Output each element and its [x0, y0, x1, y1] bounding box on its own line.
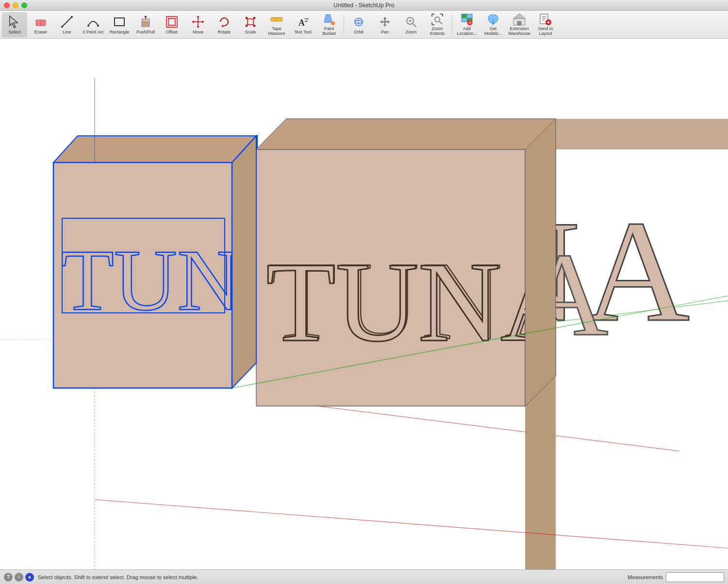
move-label: Move: [193, 30, 203, 35]
tool-zoomextents[interactable]: Zoom Extents: [425, 12, 450, 37]
svg-point-44: [435, 17, 440, 22]
tool-extwarehouse[interactable]: Extension Warehouse: [507, 12, 532, 37]
select-label: Select: [8, 30, 20, 35]
svg-marker-117: [256, 119, 556, 149]
arc-icon: [85, 14, 101, 30]
svg-point-36: [331, 21, 335, 25]
tool-getmodels[interactable]: Get Models...: [480, 12, 506, 37]
tool-orbit[interactable]: Orbit: [346, 12, 371, 37]
svg-point-4: [61, 26, 63, 28]
svg-point-7: [97, 25, 99, 27]
tool-select[interactable]: Select: [2, 12, 27, 37]
tool-line[interactable]: Line: [54, 12, 80, 37]
paintbucket-label: Paint Bucket: [317, 27, 341, 36]
offset-label: Offset: [166, 30, 178, 35]
select-icon: [7, 14, 22, 30]
status-bar: ? i ● Select objects. Shift to extend se…: [0, 569, 728, 584]
svg-marker-17: [197, 16, 199, 17]
minimize-button[interactable]: [13, 2, 18, 8]
tool-pan[interactable]: Pan: [372, 12, 397, 37]
zoomextents-label: Zoom Extents: [426, 27, 449, 36]
tool-pushpull[interactable]: Push/Pull: [133, 12, 158, 37]
svg-marker-0: [10, 16, 17, 28]
svg-marker-122: [53, 136, 256, 162]
rectangle-icon: [112, 14, 127, 30]
eraser-label: Eraser: [34, 30, 48, 35]
svg-rect-24: [253, 17, 255, 19]
close-button[interactable]: [4, 2, 10, 8]
measurements-area: Measurements: [628, 572, 724, 582]
status-icon-2[interactable]: i: [15, 573, 23, 582]
rotate-icon: [216, 14, 232, 30]
svg-line-41: [413, 23, 416, 27]
pushpull-icon: [138, 14, 153, 30]
pushpull-label: Push/Pull: [136, 30, 155, 35]
tool-arc[interactable]: 2 Point Arc: [81, 12, 106, 37]
svg-rect-26: [253, 25, 255, 27]
eraser-icon: [33, 14, 49, 30]
window-title: Untitled - SketchUp Pro: [333, 2, 394, 9]
svg-rect-53: [462, 14, 467, 18]
texttool-label: Text Tool: [294, 30, 311, 35]
svg-rect-22: [248, 19, 253, 25]
sendtolayout-icon: [538, 13, 553, 26]
tool-texttool[interactable]: A Text Tool: [290, 12, 315, 37]
measurements-label: Measurements: [628, 574, 663, 580]
svg-marker-12: [144, 16, 147, 17]
texttool-icon: A: [295, 14, 311, 30]
tool-offset[interactable]: Offset: [159, 12, 184, 37]
svg-marker-20: [202, 20, 204, 23]
svg-point-6: [87, 25, 89, 27]
extwarehouse-label: Extension Warehouse: [508, 27, 531, 36]
svg-point-5: [71, 16, 73, 18]
status-icon-3[interactable]: ●: [25, 573, 34, 582]
toolbar-divider-1: [344, 15, 344, 34]
title-bar: Untitled - SketchUp Pro: [0, 0, 728, 11]
svg-rect-62: [517, 21, 521, 25]
status-text: Select objects. Shift to extend select. …: [38, 574, 628, 580]
rectangle-label: Rectangle: [110, 30, 130, 35]
svg-rect-66: [542, 20, 545, 21]
tool-rectangle[interactable]: Rectangle: [107, 12, 132, 37]
svg-line-45: [439, 21, 442, 24]
status-icon-1[interactable]: ?: [4, 573, 13, 582]
tool-move[interactable]: Move: [185, 12, 211, 37]
extwarehouse-icon: [512, 13, 527, 26]
zoomextents-icon: [430, 13, 445, 26]
toolbar-divider-2: [452, 15, 452, 34]
svg-rect-23: [246, 17, 248, 19]
svg-rect-64: [542, 16, 546, 17]
canvas-area[interactable]: TUNA TUNA TUNA TUN: [0, 39, 728, 569]
maximize-button[interactable]: [21, 2, 27, 8]
getmodels-label: Get Models...: [481, 27, 505, 36]
orbit-label: Orbit: [354, 30, 364, 35]
svg-text:A: A: [298, 18, 305, 28]
tool-addlocation[interactable]: + Add Location...: [454, 12, 480, 37]
addlocation-label: Add Location...: [455, 27, 479, 36]
tool-paintbucket[interactable]: Paint Bucket: [316, 12, 342, 37]
arc-label: 2 Point Arc: [83, 30, 104, 35]
pan-label: Pan: [381, 30, 389, 35]
scale-label: Scale: [245, 30, 256, 35]
zoom-icon: [403, 14, 419, 30]
rotate-label: Rotate: [218, 30, 231, 35]
tool-tapemeasure[interactable]: Tape Measure: [264, 12, 289, 37]
tool-sendtolayout[interactable]: Send to Layout: [533, 12, 558, 37]
move-icon: [190, 14, 206, 30]
tool-eraser[interactable]: Eraser: [28, 12, 53, 37]
tool-rotate[interactable]: Rotate: [212, 12, 237, 37]
svg-line-3: [62, 17, 72, 27]
svg-marker-121: [232, 136, 256, 388]
tapemeasure-icon: [269, 13, 284, 26]
tool-zoom[interactable]: Zoom: [398, 12, 424, 37]
addlocation-icon: +: [459, 13, 475, 26]
zoom-label: Zoom: [405, 30, 416, 35]
svg-text:+: +: [469, 21, 471, 25]
tool-scale[interactable]: Scale: [238, 12, 263, 37]
measurements-input[interactable]: [666, 572, 724, 582]
svg-marker-109: [525, 376, 556, 569]
sendtolayout-label: Send to Layout: [534, 27, 557, 36]
window-controls: [4, 2, 27, 8]
svg-rect-9: [142, 22, 149, 27]
svg-marker-19: [192, 20, 194, 23]
